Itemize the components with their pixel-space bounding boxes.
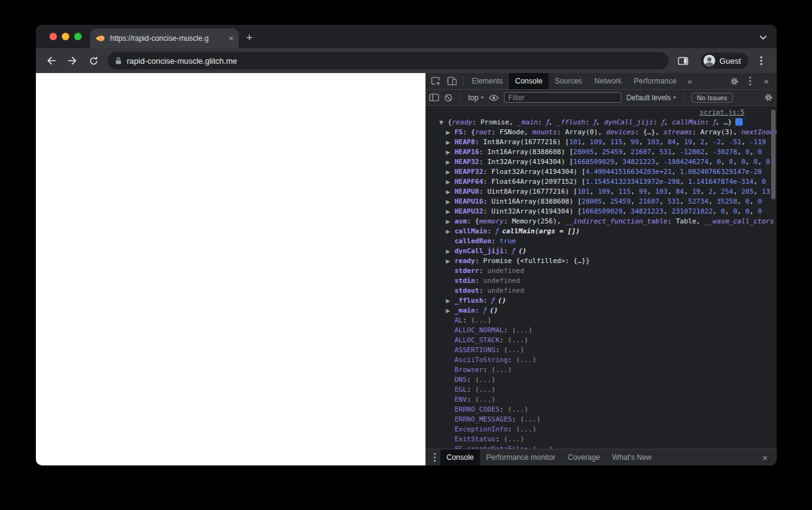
number-value: 531 <box>667 197 680 205</box>
getter-ellipsis[interactable]: (...) <box>475 395 495 404</box>
expand-arrow-icon[interactable]: ▶ <box>446 157 450 167</box>
console-row[interactable]: ▶HEAPU8: Uint8Array(16777216) [101, 109,… <box>425 187 777 197</box>
console-text: , <box>631 197 639 205</box>
collapse-arrow-icon[interactable]: ▼ <box>439 118 443 127</box>
console-sidebar-icon[interactable] <box>429 93 439 102</box>
expand-arrow-icon[interactable]: ▶ <box>446 306 450 316</box>
zoom-window-button[interactable] <box>74 33 82 40</box>
console-row[interactable]: ▶HEAPU32: Uint32Array(4194304) [16685090… <box>425 207 777 217</box>
browser-tab[interactable]: https://rapid-concise-muscle.g × <box>90 28 239 48</box>
console-row[interactable]: ▶_fflush: ƒ () <box>425 296 777 306</box>
devtools-tabs: ElementsConsoleSourcesNetworkPerformance <box>466 73 683 89</box>
tab-close-icon[interactable]: × <box>229 34 234 43</box>
more-tabs-button[interactable]: » <box>683 77 697 86</box>
console-row[interactable]: ▶HEAP16: Int16Array(8388608) [28005, 254… <box>425 147 777 157</box>
console-row[interactable]: ▶HEAPU16: Uint16Array(8388608) [28005, 2… <box>425 197 777 207</box>
getter-ellipsis[interactable]: (...) <box>471 316 492 324</box>
console-row[interactable]: ▶dynCall_jiji: ƒ () <box>425 246 777 256</box>
console-text: : Array(0), <box>557 128 606 136</box>
getter-ellipsis[interactable]: (...) <box>492 366 512 374</box>
expand-arrow-icon[interactable]: ▶ <box>446 167 450 177</box>
profile-button[interactable]: Guest <box>701 53 748 69</box>
expand-arrow-icon[interactable]: ▶ <box>446 217 450 227</box>
console-text: : <box>479 267 487 275</box>
devtools-close-icon[interactable]: × <box>758 74 774 89</box>
drawer-menu-icon[interactable] <box>429 450 440 465</box>
devtools-drawer-bar: ConsolePerformance monitorCoverageWhat's… <box>425 449 777 465</box>
drawer-tab-what-s-new[interactable]: What's New <box>606 449 658 465</box>
new-tab-button[interactable]: + <box>246 32 253 45</box>
context-selector[interactable]: top ▾ <box>468 93 484 102</box>
devtools-tab-network[interactable]: Network <box>588 73 628 89</box>
console-row[interactable]: ▶HEAPF64: Float64Array(2097152) [1.15454… <box>425 177 777 187</box>
inspect-element-icon[interactable] <box>428 74 444 89</box>
drawer-close-icon[interactable]: × <box>757 450 773 465</box>
expand-arrow-icon[interactable]: ▶ <box>446 187 450 197</box>
expand-arrow-icon[interactable]: ▶ <box>446 127 450 137</box>
number-value: 2310721022 <box>672 207 712 215</box>
getter-ellipsis[interactable]: (...) <box>520 415 541 423</box>
expand-arrow-icon[interactable]: ▶ <box>446 177 450 187</box>
clear-console-icon[interactable] <box>444 93 453 102</box>
console-row[interactable]: ▶ready: Promise {<fulfilled>: {…}} <box>425 256 777 266</box>
scrollbar-thumb[interactable] <box>771 110 776 199</box>
issues-badge[interactable]: No Issues <box>691 93 733 103</box>
devtools-menu-icon[interactable] <box>742 74 758 89</box>
drawer-tab-performance-monitor[interactable]: Performance monitor <box>480 449 562 465</box>
getter-ellipsis[interactable]: (...) <box>475 376 495 384</box>
console-row[interactable]: ▶HEAP32: Int32Array(4194304) [1668509029… <box>425 157 777 167</box>
getter-ellipsis[interactable]: (...) <box>512 326 532 334</box>
drawer-tab-coverage[interactable]: Coverage <box>562 449 606 465</box>
close-window-button[interactable] <box>49 33 57 40</box>
log-levels-dropdown[interactable]: Default levels ▾ <box>626 93 676 102</box>
getter-ellipsis[interactable]: (...) <box>516 356 536 364</box>
expand-arrow-icon[interactable]: ▶ <box>446 256 450 266</box>
console-text: : <box>463 316 471 324</box>
reload-icon[interactable] <box>85 53 101 69</box>
console-scrollbar[interactable] <box>770 106 777 449</box>
console-row[interactable]: ▶_main: ƒ () <box>425 306 777 316</box>
toolbar-divider <box>460 93 461 103</box>
console-row[interactable]: ▶callMain: ƒ callMain(args = []) <box>425 227 777 236</box>
side-panel-icon[interactable] <box>675 53 691 69</box>
number-value: 0 <box>717 158 721 166</box>
getter-ellipsis[interactable]: (...) <box>508 405 528 413</box>
minimize-window-button[interactable] <box>62 33 69 40</box>
preview-key: __wasm_call_ctors <box>704 217 774 225</box>
devtools-tab-performance[interactable]: Performance <box>628 73 683 89</box>
address-bar[interactable]: rapid-concise-muscle.glitch.me <box>108 52 669 69</box>
settings-gear-icon[interactable] <box>726 74 742 89</box>
expand-arrow-icon[interactable]: ▶ <box>446 246 450 256</box>
expand-arrow-icon[interactable]: ▶ <box>446 147 450 157</box>
getter-ellipsis[interactable]: (...) <box>508 336 528 344</box>
forward-icon[interactable] <box>64 53 80 69</box>
console-row[interactable]: ▶HEAP8: Int8Array(16777216) [101, 109, 1… <box>425 137 777 147</box>
source-link[interactable]: script.js:5 <box>699 108 745 116</box>
drawer-tab-console[interactable]: Console <box>440 449 480 465</box>
getter-ellipsis[interactable]: (...) <box>516 425 536 433</box>
devtools-tab-console[interactable]: Console <box>509 73 549 89</box>
expand-arrow-icon[interactable]: ▶ <box>446 137 450 147</box>
console-row[interactable]: ▼{ready: Promise, _main: ƒ, _fflush: ƒ, … <box>425 118 777 127</box>
expand-arrow-icon[interactable]: ▶ <box>446 296 450 306</box>
back-icon[interactable] <box>43 53 59 69</box>
device-toolbar-icon[interactable] <box>444 74 460 89</box>
expand-arrow-icon[interactable]: ▶ <box>446 227 450 236</box>
getter-ellipsis[interactable]: (...) <box>503 346 524 354</box>
browser-menu-icon[interactable] <box>753 53 769 69</box>
console-row[interactable]: ▶HEAPF32: Float32Array(4194304) [4.49044… <box>425 167 777 177</box>
getter-ellipsis[interactable]: (...) <box>475 386 495 394</box>
expand-arrow-icon[interactable]: ▶ <box>446 207 450 217</box>
devtools-tab-sources[interactable]: Sources <box>549 73 588 89</box>
expand-arrow-icon[interactable]: ▶ <box>446 197 450 207</box>
live-expression-eye-icon[interactable] <box>489 94 499 102</box>
devtools-tab-elements[interactable]: Elements <box>466 73 509 89</box>
console-settings-gear-icon[interactable] <box>764 93 773 102</box>
filter-input[interactable] <box>504 92 622 103</box>
number-value: 103 <box>647 138 659 146</box>
tab-search-chevron-icon[interactable] <box>759 35 767 40</box>
console-row[interactable]: ▶asm: {memory: Memory(256), __indirect_f… <box>425 217 777 227</box>
getter-ellipsis[interactable]: (...) <box>532 445 553 449</box>
console-row[interactable]: ▶FS: {root: FSNode, mounts: Array(0), de… <box>425 127 777 137</box>
getter-ellipsis[interactable]: (...) <box>503 435 524 443</box>
